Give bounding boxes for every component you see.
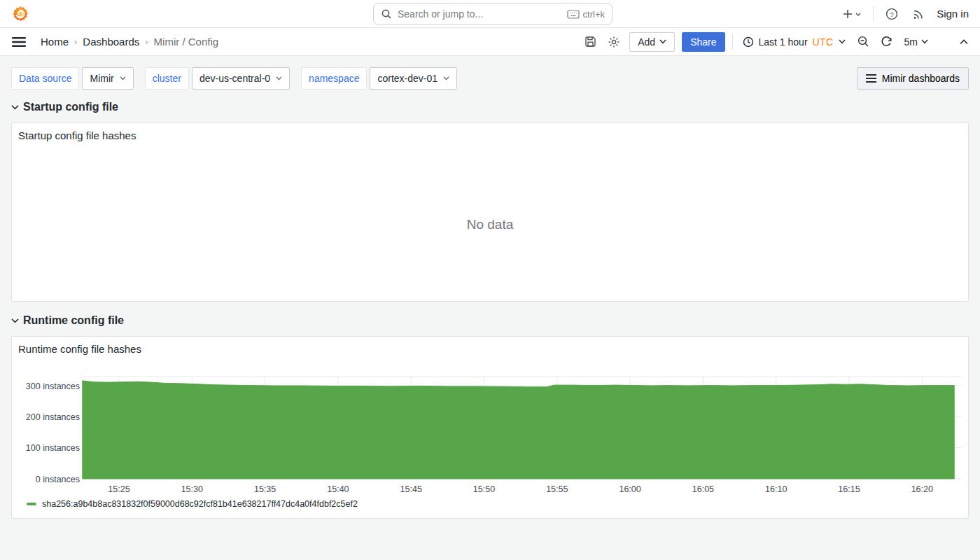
- toolbar-divider: [732, 34, 733, 50]
- variable-namespace: namespace cortex-dev-01: [301, 67, 457, 90]
- svg-text:16:20: 16:20: [911, 484, 933, 494]
- variable-value-data-source[interactable]: Mimir: [82, 67, 133, 90]
- mimir-dashboards-button[interactable]: Mimir dashboards: [857, 67, 969, 90]
- svg-text:16:00: 16:00: [619, 484, 640, 494]
- svg-text:15:45: 15:45: [400, 484, 422, 494]
- refresh-interval-picker[interactable]: 5m: [902, 36, 931, 48]
- search-icon: [381, 8, 392, 20]
- mega-menu-icon[interactable]: [10, 34, 28, 50]
- chevron-down-icon: [839, 39, 846, 44]
- search-box[interactable]: ctrl+k: [373, 3, 612, 25]
- help-icon[interactable]: ?: [883, 6, 900, 22]
- dashboard-settings-icon[interactable]: [606, 34, 622, 50]
- breadcrumb-separator: ›: [74, 36, 77, 47]
- list-icon: [866, 74, 876, 83]
- variable-label-cluster[interactable]: cluster: [145, 67, 189, 90]
- row-runtime-config-file[interactable]: Runtime config file: [11, 312, 969, 330]
- variable-data-source: Data source Mimir: [11, 67, 134, 90]
- variable-value-cluster[interactable]: dev-us-central-0: [192, 67, 290, 90]
- news-icon[interactable]: [910, 6, 927, 22]
- svg-text:200 instances: 200 instances: [26, 412, 80, 422]
- svg-text:15:40: 15:40: [327, 484, 349, 494]
- svg-text:16:05: 16:05: [692, 484, 714, 494]
- svg-text:15:55: 15:55: [546, 484, 568, 494]
- svg-text:15:35: 15:35: [254, 484, 276, 494]
- breadcrumb-current: Mimir / Config: [154, 36, 219, 48]
- chevron-down-icon: [443, 76, 449, 80]
- search-shortcut: ctrl+k: [567, 9, 605, 20]
- svg-text:16:10: 16:10: [765, 484, 787, 494]
- breadcrumb: Home › Dashboards › Mimir / Config: [41, 36, 218, 48]
- zoom-out-time-icon[interactable]: [855, 34, 872, 50]
- time-range-label: Last 1 hour: [759, 36, 808, 48]
- variable-cluster: cluster dev-us-central-0: [145, 67, 290, 90]
- topbar-divider: [873, 6, 874, 22]
- share-button[interactable]: Share: [682, 32, 724, 52]
- sign-in-button[interactable]: Sign in: [937, 8, 969, 20]
- chevron-down-icon: [11, 318, 19, 323]
- svg-text:300 instances: 300 instances: [26, 382, 80, 391]
- runtime-config-chart: 0 instances100 instances200 instances300…: [12, 365, 968, 496]
- nav-toolbar: Home › Dashboards › Mimir / Config Add S…: [0, 28, 980, 56]
- grafana-logo-icon[interactable]: [11, 5, 29, 23]
- dashboard-submenu: Data source Mimir cluster dev-us-central…: [0, 56, 980, 90]
- add-menu-button[interactable]: [841, 6, 863, 22]
- svg-text:15:50: 15:50: [473, 484, 495, 494]
- svg-text:15:30: 15:30: [181, 484, 203, 494]
- variable-label-namespace[interactable]: namespace: [301, 67, 367, 90]
- search-input[interactable]: [398, 8, 561, 20]
- time-range-picker[interactable]: Last 1 hour UTC: [740, 36, 848, 48]
- no-data-message: No data: [12, 148, 968, 301]
- chevron-down-icon: [120, 76, 126, 80]
- panel-title: Runtime config file hashes: [12, 337, 968, 355]
- legend-label: sha256:a9b4b8ac831832f0f59000d68c92fcf81…: [42, 499, 358, 509]
- add-button[interactable]: Add: [629, 32, 675, 52]
- keyboard-icon: [567, 10, 580, 19]
- breadcrumb-dashboards[interactable]: Dashboards: [83, 36, 139, 48]
- chevron-down-icon: [11, 104, 19, 110]
- refresh-icon[interactable]: [878, 34, 895, 50]
- row-title: Startup config file: [23, 101, 118, 113]
- clock-icon: [743, 36, 754, 48]
- svg-text:?: ?: [890, 10, 893, 18]
- variable-label-data-source[interactable]: Data source: [11, 67, 79, 90]
- row-startup-config-file[interactable]: Startup config file: [11, 98, 969, 116]
- panel-title: Startup config file hashes: [12, 123, 968, 141]
- variable-value-namespace[interactable]: cortex-dev-01: [370, 67, 457, 90]
- chevron-down-icon: [276, 76, 282, 80]
- svg-text:15:25: 15:25: [108, 484, 130, 494]
- breadcrumb-home[interactable]: Home: [41, 36, 69, 48]
- chevron-down-icon: [921, 39, 928, 44]
- svg-text:100 instances: 100 instances: [26, 443, 80, 453]
- legend-item[interactable]: sha256:a9b4b8ac831832f0f59000d68c92fcf81…: [27, 499, 358, 509]
- top-bar: ctrl+k ? Sign in: [0, 0, 980, 28]
- svg-text:16:15: 16:15: [838, 484, 860, 494]
- legend-swatch: [27, 503, 36, 505]
- timezone-label: UTC: [813, 36, 834, 48]
- breadcrumb-separator: ›: [145, 36, 148, 47]
- svg-text:0 instances: 0 instances: [36, 475, 80, 484]
- row-title: Runtime config file: [23, 314, 124, 327]
- toolbar-collapse-button[interactable]: [958, 37, 970, 47]
- panel-runtime-config-file-hashes[interactable]: Runtime config file hashes 0 instances10…: [11, 336, 969, 519]
- save-dashboard-icon[interactable]: [582, 34, 598, 50]
- panel-startup-config-file-hashes[interactable]: Startup config file hashes No data: [11, 122, 969, 302]
